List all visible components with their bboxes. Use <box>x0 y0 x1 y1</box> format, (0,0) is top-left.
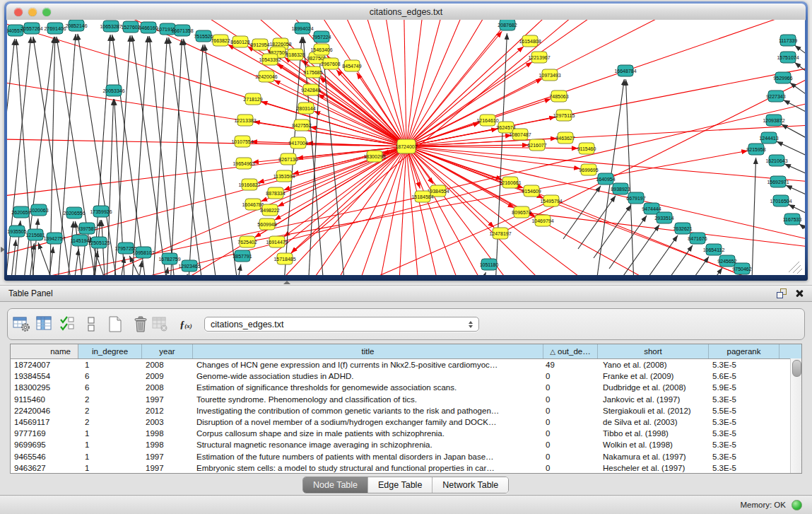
cell-title[interactable]: Tourette syndrome. Phenomenology and cla… <box>193 395 543 404</box>
cell-in_degree[interactable]: 1 <box>78 464 142 472</box>
import-table-icon[interactable] <box>151 316 170 334</box>
column-header-out_de[interactable]: △out_de… <box>543 344 598 358</box>
cell-title[interactable]: Changes of HCN gene expression and I(f) … <box>193 361 543 369</box>
cell-title[interactable]: Estimation of the future numbers of pati… <box>193 452 543 461</box>
tab-node-table[interactable]: Node Table <box>303 477 368 493</box>
table-row[interactable]: 969969511998Structural magnetic resonanc… <box>11 439 801 450</box>
table-row[interactable]: 2242004622012Investigating the contribut… <box>11 405 801 416</box>
cell-name[interactable]: 18724007 <box>11 361 78 369</box>
cell-name[interactable]: 22420046 <box>11 407 78 415</box>
cell-out_de[interactable]: 0 <box>543 407 598 415</box>
cell-year[interactable]: 2008 <box>142 383 193 392</box>
cell-out_de[interactable]: 0 <box>543 372 598 380</box>
cell-name[interactable]: 14569117 <box>11 418 78 426</box>
table-row[interactable]: 946554611997Estimation of the future num… <box>11 451 801 462</box>
cell-year[interactable]: 2003 <box>142 418 193 426</box>
cell-in_degree[interactable]: 6 <box>78 372 142 380</box>
column-header-title[interactable]: title <box>193 344 543 358</box>
cell-name[interactable]: 19384554 <box>11 372 78 380</box>
table-row[interactable]: 1456911722003Disruption of a novel membe… <box>11 416 801 428</box>
table-settings-icon[interactable] <box>12 316 31 334</box>
cell-out_de[interactable]: 49 <box>543 361 598 369</box>
cell-title[interactable]: Genome-wide association studies in ADHD. <box>193 372 543 380</box>
table-select[interactable]: citations_edges.txt <box>204 317 479 332</box>
column-chooser-icon[interactable] <box>35 316 54 334</box>
column-header-year[interactable]: year <box>142 344 193 358</box>
tab-network-table[interactable]: Network Table <box>433 477 508 493</box>
cell-out_de[interactable]: 0 <box>543 383 598 392</box>
cell-in_degree[interactable]: 1 <box>78 452 142 461</box>
cell-title[interactable]: Corpus callosum shape and size in male p… <box>193 429 543 438</box>
new-table-icon[interactable] <box>105 316 124 334</box>
table-row[interactable]: 1938455462009Genome-wide association stu… <box>11 370 801 382</box>
function-builder-icon[interactable]: ƒ(x) <box>175 316 197 334</box>
cell-pagerank[interactable]: 5.6E-5 <box>709 372 779 380</box>
cell-title[interactable]: Disruption of a novel member of a sodium… <box>193 418 543 426</box>
column-header-short[interactable]: short <box>598 344 709 358</box>
cell-short[interactable]: Tibbo et al. (1998) <box>598 429 709 438</box>
cell-name[interactable]: 9465546 <box>11 452 78 461</box>
cell-short[interactable]: de Silva et al. (2003) <box>598 418 709 426</box>
cell-year[interactable]: 1998 <box>142 440 193 449</box>
cell-year[interactable]: 2009 <box>142 372 193 380</box>
cell-short[interactable]: Stergiakouli et al. (2012) <box>598 407 709 415</box>
row-height-icon[interactable] <box>81 316 100 334</box>
column-header-pagerank[interactable]: pagerank <box>709 344 779 358</box>
cell-in_degree[interactable]: 1 <box>78 429 142 438</box>
cell-pagerank[interactable]: 5.9E-5 <box>709 383 779 392</box>
cell-out_de[interactable]: 0 <box>543 429 598 438</box>
column-header-in_degree[interactable]: in_degree <box>78 344 142 358</box>
select-rows-icon[interactable] <box>59 316 78 334</box>
cell-year[interactable]: 1997 <box>142 452 193 461</box>
cell-in_degree[interactable]: 1 <box>78 440 142 449</box>
table-row[interactable]: 946362711997Embryonic stem cells: a mode… <box>11 462 801 474</box>
cell-in_degree[interactable]: 6 <box>78 383 142 392</box>
network-graph[interactable]: 1872400776638228660128891295418226058982… <box>7 20 805 275</box>
cell-year[interactable]: 1997 <box>142 464 193 472</box>
cell-name[interactable]: 9463627 <box>11 464 78 472</box>
cell-year[interactable]: 1998 <box>142 429 193 438</box>
network-canvas[interactable]: 1872400776638228660128891295418226058982… <box>7 20 805 275</box>
cell-name[interactable]: 9115460 <box>11 395 78 404</box>
panel-collapse-arrow[interactable] <box>1 247 5 252</box>
cell-pagerank[interactable]: 5.3E-5 <box>709 440 779 449</box>
cell-short[interactable]: Nakamura et al. (1997) <box>598 452 709 461</box>
cell-title[interactable]: Embryonic stem cells: a model to study s… <box>193 464 543 472</box>
column-header-name[interactable]: name <box>11 344 78 358</box>
table-row[interactable]: 911546021997Tourette syndrome. Phenomeno… <box>11 394 801 405</box>
table-row[interactable]: 1830029562008Estimation of significance … <box>11 382 801 393</box>
cell-short[interactable]: Jankovic et al. (1997) <box>598 395 709 404</box>
cell-short[interactable]: Yano et al. (2008) <box>598 361 709 369</box>
cell-in_degree[interactable]: 2 <box>78 395 142 404</box>
cell-title[interactable]: Structural magnetic resonance image aver… <box>193 440 543 449</box>
cell-title[interactable]: Estimation of significance thresholds fo… <box>193 383 543 392</box>
cell-name[interactable]: 9777169 <box>11 429 78 438</box>
tab-edge-table[interactable]: Edge Table <box>368 477 433 493</box>
float-panel-icon[interactable] <box>777 288 787 298</box>
cell-year[interactable]: 2008 <box>142 361 193 369</box>
cell-out_de[interactable]: 0 <box>543 440 598 449</box>
cell-pagerank[interactable]: 5.3E-5 <box>709 395 779 404</box>
cell-pagerank[interactable]: 5.3E-5 <box>709 361 779 369</box>
table-scrollbar[interactable] <box>790 358 801 473</box>
network-window-titlebar[interactable]: citations_edges.txt <box>6 4 806 21</box>
cell-name[interactable]: 18300295 <box>11 383 78 392</box>
cell-pagerank[interactable]: 5.3E-5 <box>709 418 779 426</box>
cell-pagerank[interactable]: 5.5E-5 <box>709 407 779 415</box>
cell-title[interactable]: Investigating the contribution of common… <box>193 407 543 415</box>
scrollbar-thumb[interactable] <box>792 360 801 377</box>
cell-pagerank[interactable]: 5.3E-5 <box>709 464 779 472</box>
table-row[interactable]: 977716911998Corpus callosum shape and si… <box>11 428 801 439</box>
cell-name[interactable]: 9699695 <box>11 440 78 449</box>
cell-short[interactable]: Franke et al. (2009) <box>598 372 709 380</box>
table-row[interactable]: 1872400712008Changes of HCN gene express… <box>11 359 801 370</box>
cell-out_de[interactable]: 0 <box>543 464 598 472</box>
cell-year[interactable]: 2012 <box>142 407 193 415</box>
cell-out_de[interactable]: 0 <box>543 452 598 461</box>
close-panel-icon[interactable] <box>795 289 804 298</box>
delete-table-icon[interactable] <box>131 316 151 334</box>
cell-year[interactable]: 1997 <box>142 395 193 404</box>
cell-pagerank[interactable]: 5.3E-5 <box>709 452 779 461</box>
cell-short[interactable]: Dudbridge et al. (2008) <box>598 383 709 392</box>
cell-in_degree[interactable]: 1 <box>78 361 142 369</box>
